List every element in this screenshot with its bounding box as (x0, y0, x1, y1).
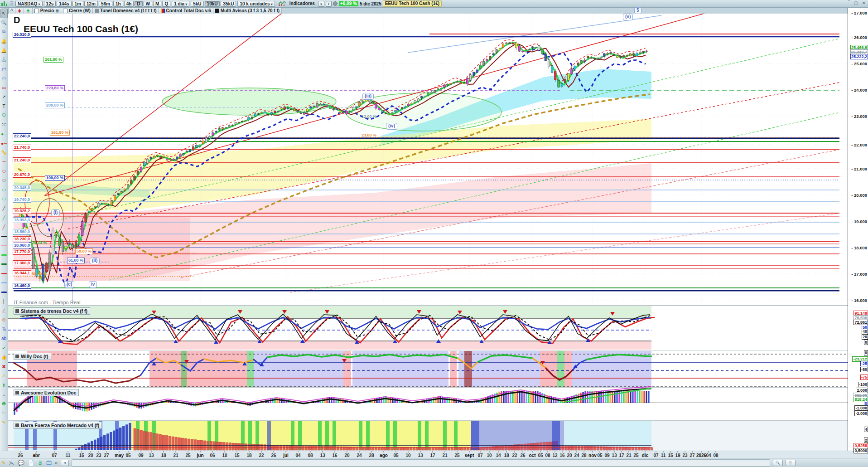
timeframe-12s[interactable]: 12s (44, 1, 56, 7)
symbol-dropdown[interactable]: NASDAQ (15, 1, 43, 7)
angle-tool[interactable]: ∠ (0, 306, 8, 316)
price-axis[interactable]: - 27.000- 26.000- 25.000- 24.000- 23.000… (848, 8, 868, 458)
rect-blue-tool[interactable]: ▭ (0, 74, 8, 83)
timeframe-12m[interactable]: 12m (84, 1, 98, 7)
alert-down-icon[interactable] (15, 8, 24, 14)
timeframe-D[interactable]: D (135, 1, 142, 7)
label-tool[interactable]: 🏷 (0, 64, 8, 74)
hline-lightblue-tool[interactable] (0, 278, 8, 288)
indicators-more-dropdown[interactable] (318, 1, 324, 7)
timeframe-4h[interactable]: 4h (124, 1, 134, 7)
unit-5kU[interactable]: 5kU (191, 1, 203, 7)
panel-header[interactable]: Barra Fuerza Fondo Mercado v4 (f) (14, 422, 102, 429)
hline-pink-tool[interactable] (0, 241, 8, 251)
zoom-tool[interactable]: 🔍 (0, 18, 8, 28)
timeframe-Q[interactable]: Q (162, 1, 170, 7)
timeframe-1h[interactable]: 1h (113, 1, 123, 7)
ellipse-green-tool[interactable]: ⬭ (0, 185, 8, 195)
timeframe-144s[interactable]: 144s (57, 1, 71, 7)
unit-35kU[interactable]: 35kU (221, 1, 236, 7)
draw-pencil-icon[interactable]: ✎ (1, 460, 6, 466)
indicators-button[interactable]: Indicadores (288, 1, 317, 7)
window-controls[interactable]: ‾ ▢ ✕ (848, 0, 867, 5)
panel-header[interactable]: Willy Doc (t) (14, 353, 51, 360)
hline-green-seg-tool[interactable]: ●─ (0, 130, 8, 139)
ellipse-brown-tool[interactable]: ⬭ (0, 176, 8, 185)
segment-tool[interactable]: ⤱ (0, 120, 8, 130)
check-tool[interactable]: ✔ (0, 343, 8, 353)
document-icon[interactable]: 📄 (28, 460, 34, 466)
unit-10kU[interactable]: 10kU (205, 1, 220, 7)
legend-item[interactable]: Cierre (W) (61, 8, 93, 14)
notification-tool[interactable]: ❶ (0, 399, 8, 409)
line-diag-tool[interactable]: ╱ (0, 204, 8, 214)
chat-icon[interactable]: 💬 (18, 460, 24, 466)
share-icon[interactable]: ⋋ (9, 460, 14, 466)
legend-collapse-button[interactable]: ^ (9, 8, 15, 14)
trend-arrow-tool[interactable]: ↗ (0, 92, 8, 102)
timeframe-56m[interactable]: 56m (99, 1, 112, 7)
zoom-box-tool[interactable]: ⧉ (0, 27, 8, 37)
svg-text:18: 18 (504, 453, 509, 458)
target-circle-tool[interactable]: ⊕ (0, 316, 8, 325)
change-badge: +0,09 % (339, 1, 358, 6)
period-dropdown[interactable]: 1 día (172, 1, 189, 7)
text-tool[interactable]: T (0, 102, 8, 111)
fibonacci-tool[interactable]: ⅞ (0, 325, 8, 334)
legend-item[interactable]: Precio ≣ (33, 8, 61, 14)
ellipse-green2-tool[interactable]: ⬭ (0, 195, 8, 204)
alarm-cursor-tool[interactable]: 🔔 (0, 37, 8, 46)
thumbsup-tool[interactable]: 👍 (0, 353, 8, 362)
hline-darkgreen-tool[interactable] (0, 260, 8, 269)
rect-red-tool[interactable]: ▭ (0, 83, 8, 92)
ruler-tool[interactable]: 📏 (0, 148, 8, 158)
line-diag-red-tool[interactable]: ╱ (0, 223, 8, 232)
panel-axis-label: 0 (864, 340, 868, 345)
grid-handle[interactable]: ⣿ (786, 460, 796, 466)
anchor-point-tool[interactable]: ⚓ (0, 55, 8, 65)
panel-header[interactable]: Sistema de trenes Doc v4 (f f) (14, 307, 90, 315)
callout-tool[interactable]: 🗨 (0, 111, 8, 121)
hline-black-tool[interactable] (0, 232, 8, 241)
hline-red-seg-tool[interactable]: ●─ (0, 139, 8, 148)
axis-tick: - 26.000 (851, 35, 867, 40)
collapse-tools[interactable]: ⌄ (0, 390, 8, 399)
timeframe-W[interactable]: W (144, 1, 152, 7)
cursor-tool[interactable]: ↖ (0, 9, 8, 18)
scroll-left-button[interactable]: ◂ (61, 460, 69, 466)
toolbar-grip[interactable] (10, 1, 13, 6)
draw-notes-tool[interactable]: ✎ (0, 418, 8, 427)
legend-item[interactable]: Tunel Domenec v4 (t t t t t) (93, 8, 159, 14)
ellipse-red-tool[interactable]: ⬭ (0, 167, 8, 176)
uparrow-tool[interactable]: ⬆ (0, 380, 8, 390)
chart-window-icon[interactable]: 🗔 (46, 460, 52, 466)
vline-tool[interactable]: │ (0, 297, 8, 306)
sliders-icon[interactable]: 🎚 (38, 460, 43, 466)
collapse-left-icon[interactable]: « (55, 460, 58, 466)
more-tools[interactable]: ⋯ (0, 409, 8, 418)
ellipse-annotation[interactable] (162, 88, 336, 115)
alert-up-icon[interactable] (24, 8, 33, 14)
hline-green-tool[interactable] (0, 250, 8, 260)
hline-red-tool[interactable] (0, 269, 8, 278)
info-icon[interactable]: i (326, 1, 332, 7)
timeframe-M[interactable]: M (153, 1, 161, 7)
legend-item[interactable]: Multi Avisos (3 f 3 1,5 70 f f) (213, 8, 282, 14)
chart-plot-area[interactable] (8, 14, 848, 452)
horizontal-scrollbar[interactable] (72, 459, 770, 467)
alarm-tool[interactable]: 🔔 (0, 46, 8, 55)
delete-tool[interactable]: ✖ (0, 362, 8, 371)
instrument-name[interactable]: EEUU Tech 100 Cash (1€) (383, 0, 442, 7)
zoom-in-button[interactable]: 🔍 (773, 460, 783, 466)
legend-item[interactable]: Control Total Doc v.6 (159, 8, 213, 14)
svg-text:15: 15 (79, 453, 84, 458)
warning-tool[interactable]: ⚠ (0, 371, 8, 381)
abc-tool[interactable]: ab (0, 334, 8, 344)
line-diag-green-tool[interactable]: ╱ (0, 213, 8, 223)
svg-text:25: 25 (454, 453, 460, 458)
panel-header[interactable]: Awesome Evolution Doc (14, 389, 79, 396)
hline-navy-tool[interactable] (0, 287, 8, 297)
pattern-tool[interactable]: 〜 (0, 157, 8, 167)
units-dropdown[interactable]: 10 k unidades (237, 1, 275, 7)
timeframe-1m[interactable]: 1m (72, 1, 83, 7)
